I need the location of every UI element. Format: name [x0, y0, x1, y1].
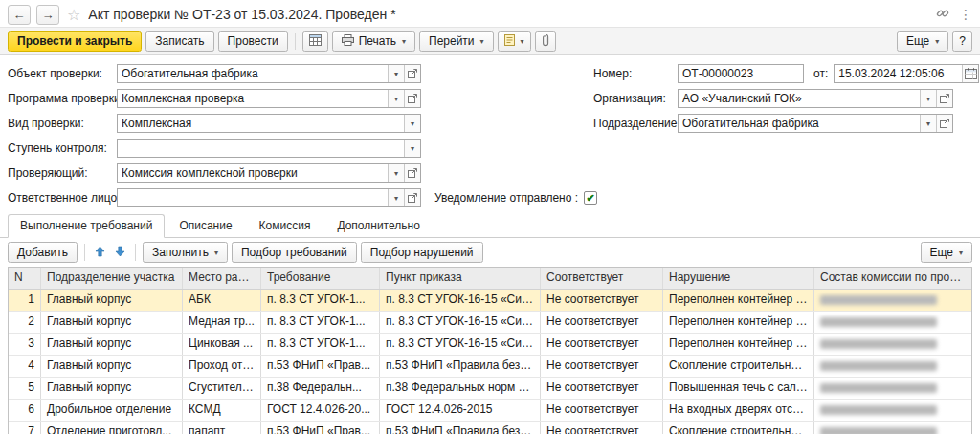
control-level-field[interactable]: ▾ — [117, 139, 421, 158]
document-structure-button[interactable] — [302, 31, 328, 52]
row-number-cell: 6 — [9, 400, 41, 421]
column-header[interactable]: Требование — [261, 268, 380, 289]
add-button[interactable]: Добавить — [8, 242, 78, 263]
column-header[interactable]: Место работ — [183, 268, 261, 289]
inspector-field[interactable]: Комиссия комплексной проверки ▾ — [117, 163, 421, 183]
table-cell: Главный корпус — [41, 290, 183, 311]
kind-field[interactable]: Комплексная ▾ — [117, 114, 421, 133]
chevron-down-icon[interactable]: ▾ — [920, 115, 936, 132]
program-field-value[interactable]: Комплексная проверка — [118, 90, 388, 107]
responsible-field-value[interactable] — [118, 189, 388, 206]
table-body: 1Главный корпусАБКп. 8.3 СТ УГОК-1...п. … — [9, 290, 971, 434]
chevron-down-icon[interactable]: ▾ — [388, 189, 404, 206]
column-header[interactable]: Соответствует — [541, 268, 663, 289]
chevron-down-icon: ▾ — [402, 37, 406, 46]
print-button[interactable]: Печать ▾ — [332, 31, 415, 52]
table-cell: ГОСТ 12.4.026-2015 — [380, 400, 541, 421]
open-icon[interactable] — [404, 65, 420, 82]
post-button[interactable]: Провести — [218, 31, 288, 52]
page-title: Акт проверки № ОТ-23 от 15.03.2024. Пров… — [88, 7, 395, 22]
attachments-button[interactable] — [535, 31, 556, 52]
document-icon — [504, 34, 515, 49]
chevron-down-icon[interactable]: ▾ — [404, 140, 420, 157]
chevron-down-icon[interactable]: ▾ — [920, 90, 936, 107]
tab-2[interactable]: Комиссия — [247, 214, 323, 238]
table-row[interactable]: 1Главный корпусАБКп. 8.3 СТ УГОК-1...п. … — [9, 290, 971, 312]
date-field-value[interactable]: 15.03.2024 12:05:06 — [835, 65, 962, 82]
open-icon[interactable] — [404, 164, 420, 182]
table-cell: п.53 ФНиП «Правила безопасно... — [380, 356, 541, 377]
column-header[interactable]: Нарушение — [663, 268, 814, 289]
open-icon[interactable] — [404, 90, 420, 107]
number-field[interactable]: ОТ-00000023 — [678, 64, 804, 83]
table-cell: п. 8.3 СТ УГОК-16-15 «Система ... — [380, 312, 541, 333]
table-row[interactable]: 6Дробильное отделениеКСМДГОСТ 12.4.026-2… — [9, 400, 971, 422]
control-level-field-value[interactable] — [118, 140, 404, 157]
row-number-cell: 4 — [9, 356, 41, 377]
form-header-area: Объект проверки: Обогатительная фабрика … — [0, 55, 980, 212]
organization-field[interactable]: АО «Учалинский ГОК» ▾ — [678, 89, 953, 108]
table-row[interactable]: 3Главный корпусЦинковая ...п. 8.3 СТ УГО… — [9, 334, 971, 356]
help-button[interactable]: ? — [952, 31, 972, 52]
tab-1[interactable]: Описание — [167, 214, 244, 238]
fill-button[interactable]: Заполнить ▾ — [143, 242, 228, 263]
table-more-button[interactable]: Еще ▾ — [921, 242, 972, 263]
column-header[interactable]: Подразделение участка — [41, 268, 183, 289]
field-label-control-level: Ступень контроля: — [8, 141, 117, 155]
open-icon[interactable] — [404, 189, 420, 206]
pick-violations-button[interactable]: Подбор нарушений — [361, 242, 483, 263]
tab-3[interactable]: Дополнительно — [324, 214, 432, 238]
table-row[interactable]: 5Главный корпусСгуститель...п.38 Федерал… — [9, 378, 971, 400]
title-bar: ← → ☆ Акт проверки № ОТ-23 от 15.03.2024… — [0, 0, 980, 27]
table-header-row: NПодразделение участкаМесто работТребова… — [9, 268, 971, 290]
pick-requirements-button[interactable]: Подбор требований — [232, 242, 357, 263]
send-document-button[interactable]: ▾ — [498, 31, 531, 52]
chevron-down-icon[interactable]: ▾ — [404, 115, 420, 132]
table-row[interactable]: 2Главный корпусМедная тр...п. 8.3 СТ УГО… — [9, 312, 971, 334]
organization-field-value[interactable]: АО «Учалинский ГОК» — [679, 90, 920, 107]
responsible-field[interactable]: ▾ — [117, 188, 421, 207]
column-header[interactable]: N — [9, 268, 41, 289]
chevron-down-icon[interactable]: ▾ — [388, 65, 404, 82]
favorite-star-icon[interactable]: ☆ — [67, 6, 80, 24]
forward-button[interactable]: → — [36, 5, 59, 25]
column-header[interactable]: Пункт приказа — [380, 268, 541, 289]
inspector-field-value[interactable]: Комиссия комплексной проверки — [118, 164, 388, 182]
move-up-button[interactable] — [92, 242, 108, 263]
program-field[interactable]: Комплексная проверка ▾ — [117, 89, 421, 108]
open-icon[interactable] — [936, 90, 952, 107]
table-row[interactable]: 4Главный корпусПроход от ...п.53 ФНиП «П… — [9, 356, 971, 378]
table-more-button-label: Еще — [930, 246, 953, 259]
kebab-menu-icon[interactable]: ⋮ — [959, 7, 972, 22]
post-and-close-button[interactable]: Провести и закрыть — [8, 31, 142, 52]
table-cell: п. 8.3 СТ УГОК-1... — [261, 290, 380, 311]
kind-field-value[interactable]: Комплексная — [118, 115, 404, 132]
department-field[interactable]: Обогатительная фабрика ▾ — [678, 114, 953, 133]
tab-0[interactable]: Выполнение требований — [8, 214, 165, 238]
department-field-value[interactable]: Обогатительная фабрика — [679, 115, 920, 132]
commission-cell — [814, 356, 971, 377]
chevron-down-icon[interactable]: ▾ — [388, 90, 404, 107]
more-button[interactable]: Еще ▾ — [897, 31, 948, 52]
calendar-icon[interactable] — [962, 65, 978, 82]
object-field-value[interactable]: Обогатительная фабрика — [118, 65, 388, 82]
back-button[interactable]: ← — [8, 5, 31, 25]
date-field[interactable]: 15.03.2024 12:05:06 — [834, 64, 979, 83]
field-label-department: Подразделение: — [593, 117, 678, 130]
chevron-down-icon[interactable]: ▾ — [388, 164, 404, 182]
table-cell: Дробильное отделение — [41, 400, 183, 421]
link-icon[interactable] — [936, 7, 949, 23]
field-label-program: Программа проверки: — [8, 92, 117, 105]
table-cell: папапт — [183, 422, 261, 434]
column-header[interactable]: Состав комиссии по проверке — [814, 268, 971, 289]
open-icon[interactable] — [936, 115, 952, 132]
write-button[interactable]: Записать — [145, 31, 213, 52]
table-row[interactable]: 7Отделение приготовл...папаптп.53 ФНиП «… — [9, 422, 971, 434]
number-field-value[interactable]: ОТ-00000023 — [679, 65, 803, 82]
object-field[interactable]: Обогатительная фабрика ▾ — [117, 64, 421, 83]
navigate-button[interactable]: Перейти ▾ — [419, 31, 494, 52]
table-icon — [309, 34, 322, 49]
table-cell: Цинковая ... — [183, 334, 261, 355]
move-down-button[interactable] — [112, 242, 128, 263]
redacted-text — [820, 427, 937, 434]
